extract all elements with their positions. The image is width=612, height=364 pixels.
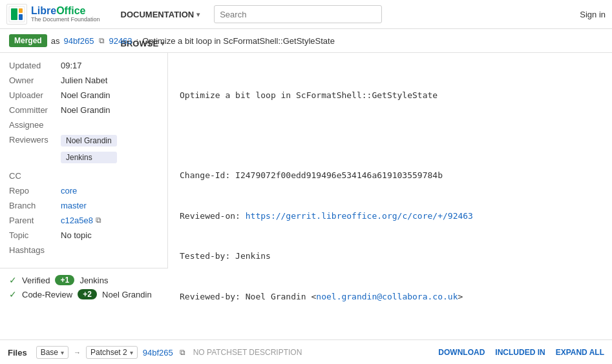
reviewed-on-link[interactable]: https://gerrit.libreoffice.org/c/core/+/… <box>246 211 473 221</box>
files-bar-actions: DOWNLOAD INCLUDED IN EXPAND ALL <box>438 348 604 357</box>
change-title: Optimize a bit loop in ScFormatShell::Ge… <box>142 36 335 46</box>
verify-user-0: Jenkins <box>79 276 108 285</box>
committer-label: Committer <box>9 105 61 115</box>
files-label: Files <box>8 348 27 358</box>
search-input[interactable] <box>214 5 382 23</box>
chevron-down-icon: ▾ <box>130 349 133 356</box>
reviewer-chip-0: Noel Grandin <box>61 135 117 147</box>
check-icon-code-review: ✓ <box>9 289 17 299</box>
patchset-select[interactable]: Patchset 2 ▾ <box>86 346 138 359</box>
email-link[interactable]: noel.grandin@collabora.co.uk <box>316 292 458 301</box>
commit-hash-link[interactable]: 94bf265 <box>63 36 94 46</box>
topic-label: Topic <box>9 230 61 240</box>
svg-rect-1 <box>11 8 17 20</box>
verify-label-1: Code-Review <box>22 290 72 299</box>
commit-line-tested-by: Tested-by: Jenkins <box>180 250 600 263</box>
change-number-link[interactable]: 92463 <box>109 36 132 46</box>
check-icon-verified: ✓ <box>9 275 17 285</box>
included-in-action[interactable]: INCLUDED IN <box>495 348 545 357</box>
verify-row-0: ✓ Verified +1 Jenkins <box>9 275 159 285</box>
sidebar-row-topic: Topic No topic <box>9 230 158 240</box>
score-badge-0: +1 <box>55 275 74 285</box>
parent-label: Parent <box>9 216 61 225</box>
verify-label-0: Verified <box>22 276 50 285</box>
sidebar-row-cc: CC <box>9 171 158 181</box>
repo-label: Repo <box>9 186 61 196</box>
copy-icon[interactable]: ⧉ <box>180 348 185 357</box>
logo-icon <box>6 4 27 25</box>
sidebar-row-committer: Committer Noel Grandin <box>9 105 158 115</box>
sidebar-row-reviewers: Reviewers Noel Grandin Jenkins <box>9 135 158 166</box>
sidebar: Updated 09:17 Owner Julien Nabet Uploade… <box>0 53 168 339</box>
reviewers-list: Noel Grandin Jenkins <box>61 135 117 166</box>
svg-rect-2 <box>19 14 23 20</box>
app-header: LibreOffice The Document Foundation CHAN… <box>0 0 612 29</box>
score-badge-1: +2 <box>78 289 97 299</box>
reviewer-chip-1: Jenkins <box>61 152 117 163</box>
chevron-down-icon: ▾ <box>196 11 200 18</box>
cc-label: CC <box>9 171 61 181</box>
search-area <box>214 5 573 23</box>
sign-in-link[interactable]: Sign in <box>580 10 606 19</box>
copy-icon[interactable]: ⧉ <box>96 216 101 225</box>
base-select[interactable]: Base ▾ <box>36 346 69 359</box>
branch-label: Branch <box>9 201 61 210</box>
repo-link[interactable]: core <box>61 186 77 196</box>
uploader-value: Noel Grandin <box>61 90 111 100</box>
updated-label: Updated <box>9 61 61 70</box>
logo[interactable]: LibreOffice The Document Foundation <box>6 4 100 25</box>
commit-line-reviewed-by: Reviewed-by: Noel Grandin <noel.grandin@… <box>180 290 600 304</box>
branch-link[interactable]: master <box>61 201 87 210</box>
expand-all-action[interactable]: EXPAND ALL <box>556 348 604 357</box>
parent-link[interactable]: c12a5e8 <box>61 216 93 225</box>
verify-user-1: Noel Grandin <box>102 290 152 299</box>
commit-line-title: Optimize a bit loop in ScFormatShell::Ge… <box>180 89 600 103</box>
separator: : <box>136 36 139 46</box>
sidebar-row-hashtags: Hashtags <box>9 245 158 255</box>
sidebar-row-parent: Parent c12a5e8 ⧉ <box>9 216 158 225</box>
svg-rect-3 <box>19 8 23 13</box>
logo-text: LibreOffice The Document Foundation <box>31 5 100 23</box>
no-patchset-desc: NO PATCHSET DESCRIPTION <box>193 348 302 357</box>
sidebar-row-owner: Owner Julien Nabet <box>9 76 158 85</box>
commit-line-reviewed-on: Reviewed-on: https://gerrit.libreoffice.… <box>180 210 600 223</box>
uploader-label: Uploader <box>9 90 61 100</box>
logo-sub: The Document Foundation <box>31 17 100 23</box>
main-content: Updated 09:17 Owner Julien Nabet Uploade… <box>0 53 612 339</box>
committer-value: Noel Grandin <box>61 105 111 115</box>
sidebar-row-updated: Updated 09:17 <box>9 61 158 70</box>
sidebar-row-repo: Repo core <box>9 186 158 196</box>
logo-name: LibreOffice <box>31 5 100 17</box>
copy-icon[interactable]: ⧉ <box>99 36 105 45</box>
main-nav: CHANGES ▾ DOCUMENTATION ▾ BROWSE ▾ <box>113 0 208 58</box>
status-badge: Merged <box>9 34 47 47</box>
sidebar-row-uploader: Uploader Noel Grandin <box>9 90 158 100</box>
topic-value: No topic <box>61 230 92 240</box>
sidebar-details: Updated 09:17 Owner Julien Nabet Uploade… <box>0 53 168 268</box>
chevron-down-icon: ▾ <box>61 349 64 356</box>
sidebar-row-branch: Branch master <box>9 201 158 210</box>
commit-line-blank1 <box>180 129 600 143</box>
verification-section: ✓ Verified +1 Jenkins ✓ Code-Review +2 N… <box>0 268 168 310</box>
arrow-icon: → <box>74 349 81 356</box>
commit-message: Optimize a bit loop in ScFormatShell::Ge… <box>168 53 612 339</box>
hashtags-label: Hashtags <box>9 245 61 255</box>
verify-row-1: ✓ Code-Review +2 Noel Grandin <box>9 289 159 299</box>
owner-label: Owner <box>9 76 61 85</box>
nav-documentation[interactable]: DOCUMENTATION ▾ <box>113 0 208 29</box>
commit-line-changeid: Change-Id: I2479072f00edd919496e534146a6… <box>180 169 600 183</box>
files-bar: Files Base ▾ → Patchset 2 ▾ 94bf265 ⧉ NO… <box>0 339 612 364</box>
owner-value: Julien Nabet <box>61 76 107 85</box>
patchset-hash-link[interactable]: 94bf265 <box>143 348 173 358</box>
sidebar-row-assignee: Assignee <box>9 120 158 130</box>
breadcrumb: Merged as 94bf265 ⧉ 92463: Optimize a bi… <box>0 29 612 53</box>
download-action[interactable]: DOWNLOAD <box>438 348 485 357</box>
assignee-label: Assignee <box>9 120 61 130</box>
as-text: as <box>51 36 60 46</box>
updated-value: 09:17 <box>61 61 82 70</box>
reviewers-label: Reviewers <box>9 135 61 145</box>
